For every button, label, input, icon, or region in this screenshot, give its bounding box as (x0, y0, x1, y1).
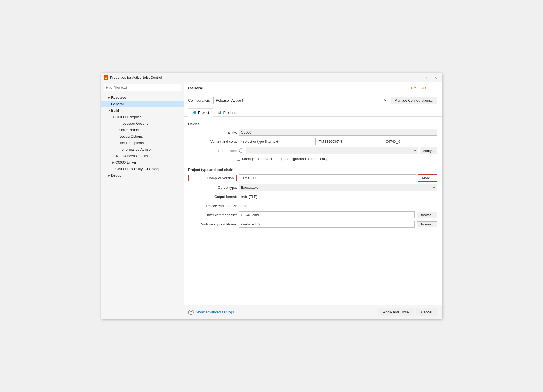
sidebar-item-label: Advanced Options (119, 154, 148, 158)
checkbox-row: Manage the project's target-configuratio… (237, 157, 437, 161)
menu-icon: ⋮ (432, 86, 435, 90)
maximize-button[interactable]: □ (424, 75, 431, 81)
output-format-select[interactable]: eabi (ELF) (239, 193, 437, 200)
sidebar-item-resource[interactable]: ▶ Resource (101, 94, 184, 101)
variant-select[interactable]: <select or type filter text> (239, 138, 316, 145)
section-divider (188, 164, 437, 164)
right-panel: General ⬅ ▼ ➡ ▼ ⋮ Configur (184, 82, 442, 319)
arrow-icon: ▶ (107, 174, 111, 177)
forward-icon: ➡ (421, 86, 424, 90)
connection-select[interactable] (246, 147, 418, 154)
output-type-select: Executable (239, 184, 437, 191)
family-label: Family: (188, 130, 237, 134)
sidebar-item-advanced-options[interactable]: ▶ Advanced Options (101, 152, 184, 159)
arrow-icon: ▼ (112, 115, 115, 118)
connection-input-group: Verify... (246, 147, 437, 154)
family-row: Family: (188, 129, 437, 136)
products-tab-icon: 📊 (217, 110, 221, 115)
sidebar-item-label: Build (111, 108, 119, 112)
page-title: General (188, 86, 203, 90)
tab-products[interactable]: 📊 Products (213, 108, 241, 117)
manage-configurations-button[interactable]: Manage Configurations... (391, 97, 437, 104)
sidebar-item-include-options[interactable]: Include Options (101, 139, 184, 146)
minimize-button[interactable]: ─ (416, 75, 423, 81)
tab-project-label: Project (198, 111, 209, 115)
footer: ? Show advanced settings Apply and Close… (184, 305, 442, 319)
sidebar-item-label: General (111, 102, 124, 106)
linker-cmd-row: Linker command file: C6748.cmd Browse... (188, 211, 437, 218)
linker-cmd-label: Linker command file: (188, 213, 237, 217)
device-endianness-select[interactable]: little (239, 202, 437, 209)
forward-dropdown-icon: ▼ (424, 87, 427, 89)
back-icon: ⬅ (410, 86, 414, 90)
sidebar-item-optimization[interactable]: Optimization (101, 127, 184, 133)
close-button[interactable]: ✕ (432, 75, 439, 81)
filter-input[interactable] (104, 84, 181, 91)
project-tab-icon: 🔷 (192, 110, 197, 115)
help-icon[interactable]: ? (188, 310, 194, 315)
back-dropdown-icon: ▼ (414, 87, 416, 89)
tab-project[interactable]: 🔷 Project (188, 108, 213, 117)
config-select[interactable]: Release [ Active ] (213, 97, 388, 104)
panel-header: General ⬅ ▼ ➡ ▼ ⋮ (184, 82, 442, 94)
sidebar-item-c6000-linker[interactable]: ▶ C6000 Linker (101, 159, 184, 165)
window-controls: ─ □ ✕ (416, 75, 439, 81)
sidebar-item-label: Include Options (119, 141, 144, 145)
verify-button[interactable]: Verify... (420, 147, 437, 154)
arrow-icon: ▶ (107, 96, 111, 99)
titlebar: 🔥 Properties for ActiveNoiseControl ─ □ … (101, 73, 442, 82)
runtime-select[interactable]: <automatic> (239, 221, 415, 228)
sidebar-item-c6000-compiler[interactable]: ▼ C6000 Compiler (101, 114, 184, 120)
panel-nav-btns: ⬅ ▼ ➡ ▼ ⋮ (409, 85, 437, 91)
footer-left: ? Show advanced settings (188, 310, 234, 315)
arrow-icon: ▶ (112, 161, 115, 164)
arrow-icon: ▼ (107, 109, 111, 112)
variant-row: Variant and core: <select or type filter… (188, 138, 437, 145)
sidebar-item-debug[interactable]: ▶ Debug (101, 172, 184, 178)
config-bar: Configuration: Release [ Active ] Manage… (184, 94, 442, 107)
project-type-section-title: Project type and tool-chain (188, 168, 437, 172)
main-window: 🔥 Properties for ActiveNoiseControl ─ □ … (101, 73, 442, 319)
info-icon: i (239, 148, 243, 153)
tabs-bar: 🔷 Project 📊 Products (184, 107, 442, 117)
target-config-checkbox[interactable] (237, 157, 240, 161)
compiler-version-label: Compiler version: (188, 175, 237, 181)
sidebar-item-label: Debug Options (119, 134, 143, 138)
sidebar-item-debug-options[interactable]: Debug Options (101, 133, 184, 139)
family-input (239, 129, 437, 136)
core-select-tms[interactable]: TMS320C6748 (317, 138, 382, 145)
show-advanced-settings-link[interactable]: Show advanced settings (196, 310, 234, 314)
sidebar-item-label: C6000 Linker (115, 160, 136, 164)
device-endianness-label: Device endianness: (188, 204, 237, 208)
window-title: Properties for ActiveNoiseControl (110, 75, 415, 79)
sidebar-item-processor-options[interactable]: Processor Options (101, 120, 184, 127)
sidebar-item-label: Debug (111, 173, 121, 177)
device-section-title: Device (188, 122, 437, 126)
runtime-browse-button[interactable]: Browse... (417, 221, 437, 227)
sidebar-item-label: C6000 Hex Utility [Disabled] (115, 167, 159, 171)
sidebar-item-label: Performance Advisor (119, 147, 152, 151)
sidebar-item-general[interactable]: General (101, 101, 184, 107)
runtime-library-row: Runtime support library: <automatic> Bro… (188, 221, 437, 228)
sidebar-item-label: C6000 Compiler (115, 115, 141, 119)
core-select[interactable]: C674X_0 (384, 138, 437, 145)
more-button[interactable]: More... (418, 174, 437, 182)
output-format-label: Output format: (188, 195, 237, 199)
linker-cmd-select[interactable]: C6748.cmd (239, 211, 415, 218)
menu-button[interactable]: ⋮ (430, 85, 437, 91)
forward-button[interactable]: ➡ ▼ (419, 85, 429, 91)
config-label: Configuration: (188, 98, 210, 102)
sidebar-item-performance-advisor[interactable]: Performance Advisor (101, 146, 184, 152)
main-content: ▶ Resource General ▼ Build ▼ C6000 Compi… (101, 82, 442, 319)
sidebar-item-build[interactable]: ▼ Build (101, 107, 184, 114)
linker-browse-button[interactable]: Browse... (417, 212, 437, 218)
back-button[interactable]: ⬅ ▼ (409, 85, 418, 91)
cancel-button[interactable]: Cancel (416, 308, 437, 316)
arrow-icon: ▶ (115, 154, 119, 157)
apply-close-button[interactable]: Apply and Close (378, 308, 414, 316)
compiler-version-row: Compiler version: TI v8.3.11 More... (188, 174, 437, 182)
sidebar-item-label: Resource (111, 95, 126, 99)
compiler-version-select[interactable]: TI v8.3.11 (239, 174, 416, 181)
sidebar: ▶ Resource General ▼ Build ▼ C6000 Compi… (101, 82, 184, 319)
sidebar-item-c6000-hex[interactable]: C6000 Hex Utility [Disabled] (101, 165, 184, 172)
